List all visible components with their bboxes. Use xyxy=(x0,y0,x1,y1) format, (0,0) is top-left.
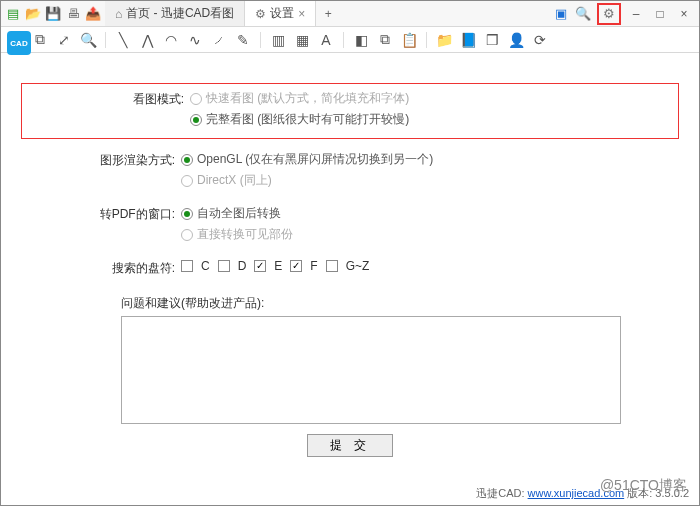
tool-person-icon[interactable]: 👤 xyxy=(507,31,525,49)
tool-erase-icon[interactable]: ◧ xyxy=(352,31,370,49)
tool-3d-icon[interactable]: ❒ xyxy=(483,31,501,49)
tool-magnify-icon[interactable]: 🔍 xyxy=(79,31,97,49)
tab-settings[interactable]: ⚙ 设置 × xyxy=(245,1,316,26)
footer-prefix: 迅捷CAD: xyxy=(476,487,527,499)
tool-layer-icon[interactable]: ▥ xyxy=(269,31,287,49)
pdf-auto-text: 自动全图后转换 xyxy=(197,205,281,222)
tool-copy-icon[interactable]: ⧉ xyxy=(376,31,394,49)
tool-folder-icon[interactable]: 📁 xyxy=(435,31,453,49)
print-icon[interactable]: 🖶 xyxy=(65,6,81,22)
feedback-textarea[interactable] xyxy=(121,316,621,424)
render-directx-text: DirectX (同上) xyxy=(197,172,272,189)
zoom-out-icon[interactable]: 🔍 xyxy=(575,6,591,22)
drive-gz-label: G~Z xyxy=(346,259,370,273)
tool-line-icon[interactable]: ╲ xyxy=(114,31,132,49)
tool-book-icon[interactable]: 📘 xyxy=(459,31,477,49)
tab-strip: ⌂ 首页 - 迅捷CAD看图 ⚙ 设置 × + xyxy=(105,1,547,26)
titlebar-quick-icons: ▤ 📂 💾 🖶 📤 xyxy=(1,1,105,26)
tool-measure-icon[interactable]: ⟋ xyxy=(210,31,228,49)
render-directx-option[interactable]: DirectX (同上) xyxy=(181,172,679,189)
drive-e-label: E xyxy=(274,259,282,273)
toolbar-separator xyxy=(426,32,427,48)
drive-d-label: D xyxy=(238,259,247,273)
pdf-auto-option[interactable]: 自动全图后转换 xyxy=(181,205,679,222)
drive-gz-checkbox[interactable] xyxy=(326,260,338,272)
export-icon[interactable]: 📤 xyxy=(85,6,101,22)
radio-icon xyxy=(181,154,193,166)
watermark-text: @51CTO博客 xyxy=(600,477,687,495)
gear-icon: ⚙ xyxy=(255,7,266,21)
toolbar-separator xyxy=(343,32,344,48)
radio-icon xyxy=(190,114,202,126)
drive-c-checkbox[interactable] xyxy=(181,260,193,272)
tab-settings-label: 设置 xyxy=(270,5,294,22)
radio-icon xyxy=(181,229,193,241)
view-mode-full-text: 完整看图 (图纸很大时有可能打开较慢) xyxy=(206,111,409,128)
drive-f-label: F xyxy=(310,259,317,273)
app-logo-icon: CAD xyxy=(7,31,31,55)
tab-add-button[interactable]: + xyxy=(316,1,340,26)
tab-close-icon[interactable]: × xyxy=(298,7,305,21)
window-minimize-button[interactable]: – xyxy=(627,7,645,21)
settings-gear-highlight: ⚙ xyxy=(597,3,621,25)
drive-c-label: C xyxy=(201,259,210,273)
view-mode-group: 看图模式: 快速看图 (默认方式，简化填充和字体) 完整看图 (图纸很大时有可能… xyxy=(21,83,679,139)
window-close-button[interactable]: × xyxy=(675,7,693,21)
tool-edit-icon[interactable]: ✎ xyxy=(234,31,252,49)
screenshot-icon[interactable]: ▣ xyxy=(553,6,569,22)
view-mode-fast-option[interactable]: 快速看图 (默认方式，简化填充和字体) xyxy=(190,90,670,107)
drive-d-checkbox[interactable] xyxy=(218,260,230,272)
tool-arc-icon[interactable]: ◠ xyxy=(162,31,180,49)
pdf-direct-text: 直接转换可见部份 xyxy=(197,226,293,243)
tool-zoom-extents-icon[interactable]: ⤢ xyxy=(55,31,73,49)
tool-text-icon[interactable]: A xyxy=(317,31,335,49)
drives-label: 搜索的盘符: xyxy=(21,259,181,277)
main-toolbar: ↔ ⧉ ⤢ 🔍 ╲ ⋀ ◠ ∿ ⟋ ✎ ▥ ▦ A ◧ ⧉ 📋 📁 📘 ❒ 👤 … xyxy=(1,27,699,53)
render-label: 图形渲染方式: xyxy=(21,151,181,169)
settings-gear-icon[interactable]: ⚙ xyxy=(601,6,617,22)
tool-zoom-window-icon[interactable]: ⧉ xyxy=(31,31,49,49)
tab-home-label: 首页 - 迅捷CAD看图 xyxy=(126,5,234,22)
view-mode-full-option[interactable]: 完整看图 (图纸很大时有可能打开较慢) xyxy=(190,111,670,128)
drives-group: 搜索的盘符: C D E F G~Z xyxy=(21,259,679,277)
tool-curve-icon[interactable]: ∿ xyxy=(186,31,204,49)
tab-home[interactable]: ⌂ 首页 - 迅捷CAD看图 xyxy=(105,1,245,26)
title-bar: ▤ 📂 💾 🖶 📤 ⌂ 首页 - 迅捷CAD看图 ⚙ 设置 × + ▣ 🔍 ⚙ … xyxy=(1,1,699,27)
tool-polyline-icon[interactable]: ⋀ xyxy=(138,31,156,49)
home-icon: ⌂ xyxy=(115,7,122,21)
render-opengl-option[interactable]: OpenGL (仅在有黑屏闪屏情况切换到另一个) xyxy=(181,151,679,168)
render-opengl-text: OpenGL (仅在有黑屏闪屏情况切换到另一个) xyxy=(197,151,433,168)
feedback-label: 问题和建议(帮助改进产品): xyxy=(121,295,679,312)
window-maximize-button[interactable]: □ xyxy=(651,7,669,21)
radio-icon xyxy=(181,208,193,220)
render-group: 图形渲染方式: OpenGL (仅在有黑屏闪屏情况切换到另一个) DirectX… xyxy=(21,151,679,193)
open-file-icon[interactable]: 📂 xyxy=(25,6,41,22)
drive-f-checkbox[interactable] xyxy=(290,260,302,272)
radio-icon xyxy=(190,93,202,105)
new-file-icon[interactable]: ▤ xyxy=(5,6,21,22)
settings-panel: 看图模式: 快速看图 (默认方式，简化填充和字体) 完整看图 (图纸很大时有可能… xyxy=(1,53,699,457)
drives-checkboxes: C D E F G~Z xyxy=(181,259,679,273)
pdf-group: 转PDF的窗口: 自动全图后转换 直接转换可见部份 xyxy=(21,205,679,247)
save-icon[interactable]: 💾 xyxy=(45,6,61,22)
tool-paste-icon[interactable]: 📋 xyxy=(400,31,418,49)
toolbar-separator xyxy=(105,32,106,48)
view-mode-label: 看图模式: xyxy=(30,90,190,108)
view-mode-fast-text: 快速看图 (默认方式，简化填充和字体) xyxy=(206,90,409,107)
titlebar-right-icons: ▣ 🔍 ⚙ – □ × xyxy=(547,1,699,26)
drive-e-checkbox[interactable] xyxy=(254,260,266,272)
pdf-label: 转PDF的窗口: xyxy=(21,205,181,223)
toolbar-separator xyxy=(260,32,261,48)
tool-window-icon[interactable]: ▦ xyxy=(293,31,311,49)
submit-button[interactable]: 提 交 xyxy=(307,434,392,457)
tool-refresh-icon[interactable]: ⟳ xyxy=(531,31,549,49)
pdf-direct-option[interactable]: 直接转换可见部份 xyxy=(181,226,679,243)
radio-icon xyxy=(181,175,193,187)
